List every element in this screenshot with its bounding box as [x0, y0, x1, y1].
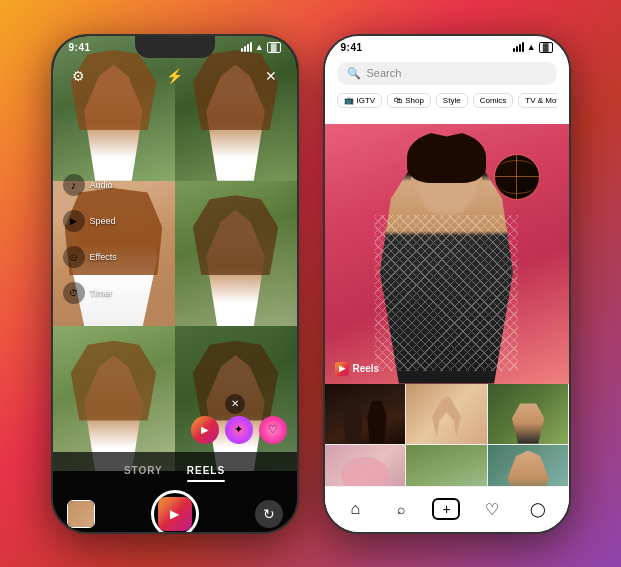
search-bar[interactable]: 🔍 Search — [337, 62, 557, 85]
tab-underline — [187, 480, 225, 482]
reels-record-icon: ▶ — [158, 497, 192, 531]
nav-likes[interactable]: ♡ — [476, 493, 508, 525]
igtv-chip-label: IGTV — [357, 96, 376, 105]
reels-label-text: Reels — [353, 363, 380, 374]
category-igtv[interactable]: 📺 IGTV — [337, 93, 383, 108]
effects-menu-item[interactable]: ☺ Effects — [63, 246, 117, 268]
search-icon: 🔍 — [347, 67, 361, 80]
category-style[interactable]: Style — [436, 93, 468, 108]
explore-icon: ⌕ — [397, 501, 405, 517]
settings-icon[interactable]: ⚙ — [67, 64, 91, 88]
sticker-close-btn[interactable]: ✕ — [225, 394, 245, 414]
add-icon: + — [432, 498, 460, 520]
thumb-4[interactable] — [325, 445, 406, 486]
comics-chip-label: Comics — [480, 96, 507, 105]
heart-sticker-btn[interactable]: ♡ — [259, 416, 287, 444]
left-status-bar: 9:41 ▲ ▓ — [69, 42, 281, 53]
explore-content: ▶ Reels — [325, 124, 569, 486]
shutter-inner: ▶ — [158, 497, 192, 531]
right-status-bar: 9:41 ▲ ▓ — [341, 42, 553, 53]
thumb-2[interactable] — [406, 384, 487, 444]
nav-add[interactable]: + — [430, 493, 462, 525]
effects-icon: ☺ — [63, 246, 85, 268]
left-screen: 9:41 ▲ ▓ — [53, 36, 297, 532]
bottom-tabs: STORY REELS — [124, 460, 225, 482]
audio-icon: ♪ — [63, 174, 85, 196]
bottom-actions: ▶ ↻ — [53, 490, 297, 532]
reels-label-icon: ▶ — [335, 362, 349, 376]
gallery-thumbnail[interactable] — [67, 500, 95, 528]
right-status-icons: ▲ ▓ — [513, 42, 553, 53]
effects-label: Effects — [90, 252, 117, 262]
battery-icon: ▓ — [267, 42, 281, 53]
audio-label: Audio — [90, 180, 113, 190]
reels-sticker-btn[interactable]: ▶ — [191, 416, 219, 444]
left-status-time: 9:41 — [69, 42, 91, 53]
right-screen: 9:41 ▲ ▓ 🔍 Search 📺 IGTV — [325, 36, 569, 532]
speed-menu-item[interactable]: ▶ Speed — [63, 210, 117, 232]
thumb-6[interactable] — [488, 445, 569, 486]
home-icon: ⌂ — [350, 500, 360, 518]
close-icon[interactable]: ✕ — [259, 64, 283, 88]
thumb-3[interactable] — [488, 384, 569, 444]
timer-menu-item[interactable]: ⏱ Timer — [63, 282, 117, 304]
nav-profile[interactable]: ◯ — [522, 493, 554, 525]
left-status-icons: ▲ ▓ — [241, 42, 281, 53]
tvmovie-chip-label: TV & Movie — [525, 96, 556, 105]
camera-cell-4 — [175, 181, 297, 326]
category-comics[interactable]: Comics — [473, 93, 514, 108]
heart-icon: ♡ — [485, 500, 499, 519]
shop-chip-icon: 🛍 — [394, 96, 402, 105]
speed-label: Speed — [90, 216, 116, 226]
profile-icon: ◯ — [530, 501, 546, 517]
category-tvmovie[interactable]: TV & Movie — [518, 93, 556, 108]
nav-search[interactable]: ⌕ — [385, 493, 417, 525]
explore-categories: 📺 IGTV 🛍 Shop Style Comics TV & Movie — [337, 93, 557, 108]
left-phone: 9:41 ▲ ▓ — [51, 34, 299, 534]
thumb-5[interactable] — [406, 445, 487, 486]
side-menu: ♪ Audio ▶ Speed ☺ Effects ⏱ Timer — [63, 174, 117, 304]
speed-icon: ▶ — [63, 210, 85, 232]
audio-menu-item[interactable]: ♪ Audio — [63, 174, 117, 196]
basketball — [495, 155, 539, 199]
camera-top-controls: ⚙ ⚡ ✕ — [53, 64, 297, 88]
shutter-button[interactable]: ▶ — [151, 490, 199, 532]
timer-label: Timer — [90, 288, 113, 298]
sticker-row: ▶ ✦ ♡ — [191, 416, 287, 444]
style-chip-label: Style — [443, 96, 461, 105]
camera-cell-5 — [53, 326, 175, 471]
hero-reel[interactable]: ▶ Reels — [325, 124, 569, 384]
thumb-1[interactable] — [325, 384, 406, 444]
right-status-time: 9:41 — [341, 42, 363, 53]
igtv-chip-icon: 📺 — [344, 96, 354, 105]
right-phone: 9:41 ▲ ▓ 🔍 Search 📺 IGTV — [323, 34, 571, 534]
camera-bottom: STORY REELS ▶ ↻ — [53, 452, 297, 532]
right-signal-icon — [513, 42, 524, 52]
category-shop[interactable]: 🛍 Shop — [387, 93, 431, 108]
nav-home[interactable]: ⌂ — [339, 493, 371, 525]
wifi-icon: ▲ — [255, 42, 264, 52]
story-tab[interactable]: STORY — [124, 460, 163, 482]
thumbnail-grid — [325, 384, 569, 486]
bottom-nav: ⌂ ⌕ + ♡ ◯ — [325, 486, 569, 532]
explore-header: 🔍 Search 📺 IGTV 🛍 Shop Style Comics — [325, 58, 569, 108]
flash-icon[interactable]: ⚡ — [163, 64, 187, 88]
camera-flip-button[interactable]: ↻ — [255, 500, 283, 528]
signal-icon — [241, 42, 252, 52]
shop-chip-label: Shop — [405, 96, 424, 105]
timer-icon: ⏱ — [63, 282, 85, 304]
reels-label: ▶ Reels — [335, 362, 380, 376]
sparkle-sticker-btn[interactable]: ✦ — [225, 416, 253, 444]
right-wifi-icon: ▲ — [527, 42, 536, 52]
reels-tab[interactable]: REELS — [187, 460, 225, 482]
right-battery-icon: ▓ — [539, 42, 553, 53]
search-placeholder: Search — [367, 67, 402, 79]
